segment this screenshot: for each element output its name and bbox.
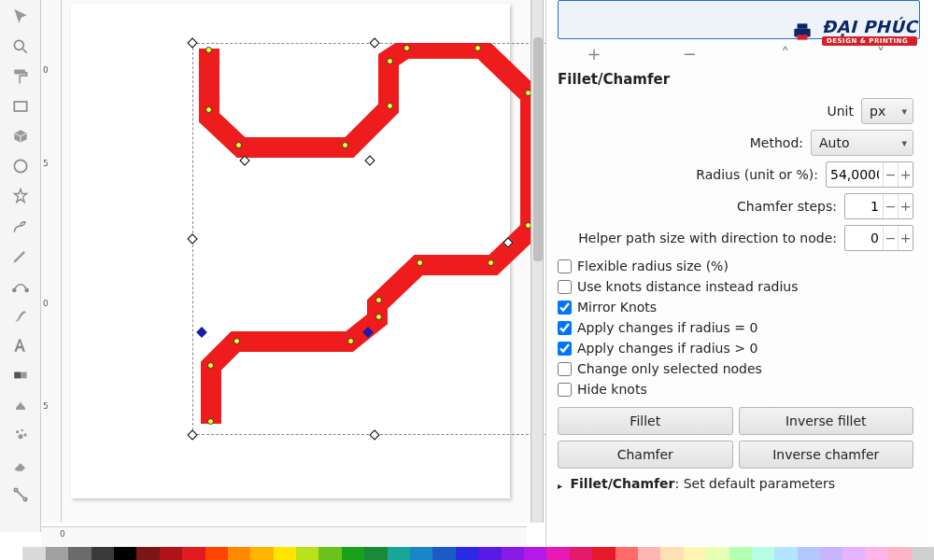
swatch[interactable] [136,547,159,560]
knot[interactable] [347,338,354,344]
swatch[interactable] [616,547,638,560]
knot[interactable] [342,142,348,148]
move-down-button[interactable]: ˅ [833,44,928,63]
lpe-effect-list[interactable] [558,0,920,39]
minus-stepper[interactable]: − [883,226,898,250]
eraser-tool-icon[interactable] [7,452,35,478]
vertical-scrollbar[interactable] [531,0,544,523]
disclosure-triangle-icon[interactable]: ▸ [558,481,562,491]
knot[interactable] [234,338,240,344]
minus-stepper[interactable]: − [883,162,898,187]
knot[interactable] [205,47,212,53]
hide-knots-checkbox[interactable] [558,383,572,397]
helper-input[interactable]: − + [844,225,913,251]
swatch[interactable] [592,547,615,560]
swatch[interactable] [660,547,683,560]
radius0-checkbox[interactable] [558,321,572,335]
knots-distance-checkbox[interactable] [558,280,572,294]
chamfer-steps-input[interactable]: − + [844,193,913,219]
method-select[interactable]: Auto [811,130,913,156]
pencil-tool-icon[interactable] [7,243,35,269]
swatch[interactable] [0,547,22,560]
star-tool-icon[interactable] [7,183,35,209]
swatch[interactable] [364,547,387,560]
add-effect-button[interactable]: + [546,44,642,63]
knot[interactable] [207,418,214,425]
swatch[interactable] [729,547,752,560]
swatch[interactable] [296,547,318,560]
knot[interactable] [417,259,423,266]
scrollbar-thumb[interactable] [533,37,543,261]
ellipse-tool-icon[interactable] [7,153,35,179]
plus-stepper[interactable]: + [898,194,913,218]
swatch[interactable] [205,547,228,560]
swatch[interactable] [160,547,182,560]
knot[interactable] [403,45,410,51]
connector-tool-icon[interactable] [7,482,35,508]
gradient-tool-icon[interactable] [7,362,35,388]
inverse-chamfer-button[interactable]: Inverse chamfer [739,441,914,469]
knot[interactable] [474,45,481,51]
plus-stepper[interactable]: + [898,226,913,250]
swatch[interactable] [92,547,114,560]
swatch[interactable] [798,547,820,560]
fillet-button[interactable]: Fillet [558,407,733,435]
text-tool-icon[interactable] [7,332,35,358]
paint-roller-icon[interactable] [7,63,35,90]
swatch[interactable] [524,547,546,560]
swatch[interactable] [570,547,592,560]
node-tool-icon[interactable] [7,273,35,299]
calligraphy-tool-icon[interactable] [7,302,35,329]
swatch[interactable] [432,547,455,560]
tweak-tool-icon[interactable] [7,392,35,418]
panel-footer[interactable]: ▸ Fillet/Chamfer: Set default parameters [546,470,928,497]
unit-select[interactable]: px [861,98,913,124]
chamfer-button[interactable]: Chamfer [558,441,733,469]
knot[interactable] [387,103,393,109]
spray-tool-icon[interactable] [7,422,35,448]
swatch[interactable] [410,547,432,560]
knot[interactable] [207,362,214,369]
swatch[interactable] [912,547,934,560]
flexible-radius-checkbox[interactable] [558,259,572,273]
swatch[interactable] [546,547,569,560]
radius-field[interactable] [827,167,883,182]
swatch[interactable] [114,547,136,560]
swatch[interactable] [274,547,296,560]
swatch[interactable] [866,547,888,560]
swatch[interactable] [478,547,501,560]
inverse-fillet-button[interactable]: Inverse fillet [739,407,914,435]
swatch[interactable] [752,547,774,560]
minus-stepper[interactable]: − [883,194,898,218]
swatch[interactable] [502,547,524,560]
color-palette[interactable] [0,547,934,560]
swatch[interactable] [182,547,205,560]
swatch[interactable] [318,547,341,560]
selector-tool-icon[interactable] [7,4,35,30]
knot[interactable] [375,314,382,320]
radiusgt0-checkbox[interactable] [558,342,572,356]
swatch[interactable] [706,547,729,560]
swatch[interactable] [774,547,797,560]
swatch[interactable] [820,547,842,560]
knot[interactable] [488,259,494,266]
plus-stepper[interactable]: + [898,162,913,187]
swatch[interactable] [456,547,478,560]
swatch[interactable] [46,547,68,560]
mirror-knots-checkbox[interactable] [558,301,572,315]
radius-input[interactable]: − + [826,161,913,188]
spiral-tool-icon[interactable] [7,213,35,239]
swatch[interactable] [342,547,364,560]
helper-field[interactable] [845,231,883,245]
move-up-button[interactable]: ˄ [738,44,833,63]
knot[interactable] [235,142,242,148]
knot[interactable] [375,297,382,303]
swatch[interactable] [888,547,911,560]
rectangle-tool-icon[interactable] [7,93,35,119]
swatch[interactable] [22,547,45,560]
chamfer-steps-field[interactable] [845,199,883,214]
canvas[interactable] [62,0,529,523]
swatch[interactable] [228,547,250,560]
swatch[interactable] [250,547,273,560]
swatch[interactable] [68,547,91,560]
